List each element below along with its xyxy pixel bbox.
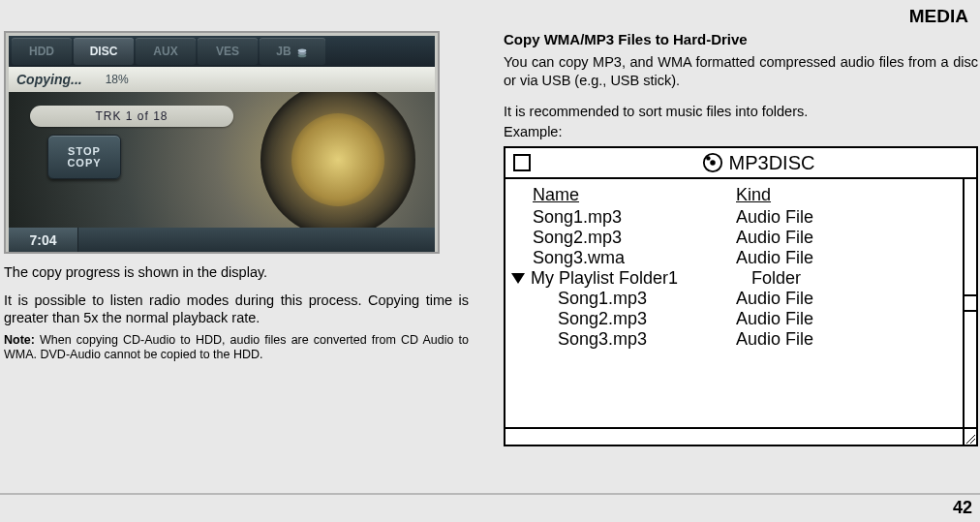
- cell-name: Song3.wma: [533, 248, 736, 268]
- listing-main: Name Kind Song1.mp3 Audio File Song2.mp3…: [505, 179, 963, 427]
- screenshot-inner: HDD DISC AUX VES JB Copying...: [9, 36, 435, 249]
- listing-title: MP3DISC: [729, 152, 815, 174]
- content-columns: HDD DISC AUX VES JB Copying...: [0, 0, 980, 446]
- tab-disc[interactable]: DISC: [74, 38, 134, 65]
- svg-point-4: [710, 160, 716, 166]
- scroll-track-bottom: [965, 312, 976, 427]
- screenshot-main-area: TRK 1 of 18 STOP COPY: [9, 92, 435, 228]
- track-indicator: TRK 1 of 18: [30, 106, 233, 127]
- listing-scrollbar[interactable]: [963, 179, 976, 427]
- tab-jb-label: JB: [276, 45, 291, 58]
- page-divider: [0, 493, 980, 495]
- right-column: Copy WMA/MP3 Files to Hard-Drive You can…: [469, 31, 980, 446]
- cell-name: Song2.mp3: [533, 228, 736, 248]
- disc-icon: [702, 152, 723, 173]
- listing-titlebar: MP3DISC: [505, 148, 976, 179]
- col-header-kind: Kind: [736, 185, 771, 205]
- cell-name: Song1.mp3: [558, 289, 736, 309]
- tab-ves[interactable]: VES: [198, 38, 258, 65]
- left-note: Note: When copying CD-Audio to HDD, audi…: [4, 333, 469, 363]
- svg-point-5: [706, 156, 710, 160]
- cell-name: Song2.mp3: [558, 309, 736, 329]
- left-paragraph-2: It is possible to listen radio modes dur…: [4, 292, 469, 327]
- listing-title-wrap: MP3DISC: [540, 152, 976, 174]
- cell-kind: Audio File: [736, 228, 813, 248]
- listing-body: Name Kind Song1.mp3 Audio File Song2.mp3…: [505, 179, 976, 427]
- list-folder: My Playlist Folder1 Folder: [511, 268, 953, 289]
- source-tab-row: HDD DISC AUX VES JB: [9, 36, 435, 67]
- list-item: Song2.mp3 Audio File: [533, 228, 953, 248]
- page: MEDIA HDD DISC AUX VES JB: [0, 0, 980, 522]
- copy-status-text: Copying...: [16, 72, 82, 87]
- folder-kind: Folder: [751, 268, 801, 289]
- folder-name: My Playlist Folder1: [531, 268, 751, 289]
- cell-kind: Audio File: [736, 207, 813, 228]
- right-paragraph-1: You can copy MP3, and WMA formatted comp…: [504, 53, 978, 89]
- section-title: MEDIA: [909, 6, 968, 27]
- cell-kind: Audio File: [736, 329, 813, 350]
- cell-kind: Audio File: [736, 289, 813, 309]
- listing-footer: [505, 427, 976, 445]
- brand-wheel-graphic: [260, 92, 415, 228]
- resize-grip-icon[interactable]: [963, 429, 976, 445]
- cell-kind: Audio File: [736, 309, 813, 329]
- stop-copy-line2: COPY: [67, 157, 101, 169]
- cell-name: Song3.mp3: [558, 329, 736, 350]
- left-column: HDD DISC AUX VES JB Copying...: [0, 31, 469, 446]
- tab-jb[interactable]: JB: [260, 38, 325, 65]
- device-screenshot: HDD DISC AUX VES JB Copying...: [4, 31, 440, 254]
- cell-kind: Audio File: [736, 248, 813, 268]
- example-label: Example:: [504, 123, 978, 141]
- stop-copy-button[interactable]: STOP COPY: [47, 135, 121, 179]
- col-header-name: Name: [533, 185, 736, 205]
- scroll-track-top: [965, 179, 976, 294]
- collapse-arrow-icon: [511, 273, 525, 284]
- scroll-thumb[interactable]: [965, 294, 976, 312]
- window-square-icon: [513, 154, 531, 171]
- right-heading: Copy WMA/MP3 Files to Hard-Drive: [504, 31, 978, 47]
- listing-header-row: Name Kind: [533, 185, 953, 205]
- screenshot-bottom-bar: 7:04: [9, 228, 435, 253]
- folder-listing-box: MP3DISC Name Kind Song1.mp3 Audio File: [504, 146, 978, 446]
- right-paragraph-2: It is recommended to sort music files in…: [504, 103, 978, 121]
- list-item: Song3.mp3 Audio File: [533, 329, 953, 350]
- note-label: Note:: [4, 333, 35, 347]
- jukebox-icon: [295, 45, 309, 58]
- clock-display: 7:04: [9, 228, 78, 253]
- cell-name: Song1.mp3: [533, 207, 736, 228]
- note-text: When copying CD-Audio to HDD, audio file…: [4, 333, 469, 362]
- copy-progress-percent: 18%: [106, 73, 129, 86]
- tab-hdd[interactable]: HDD: [12, 38, 72, 65]
- list-item: Song3.wma Audio File: [533, 248, 953, 268]
- svg-point-2: [297, 48, 306, 52]
- list-item: Song1.mp3 Audio File: [533, 207, 953, 228]
- list-item: Song2.mp3 Audio File: [533, 309, 953, 329]
- footer-fill: [505, 429, 963, 445]
- left-paragraph-1: The copy progress is shown in the displa…: [4, 263, 469, 282]
- page-number: 42: [953, 498, 972, 518]
- copy-status-row: Copying... 18%: [9, 67, 435, 92]
- stop-copy-line1: STOP: [68, 145, 101, 157]
- tab-aux[interactable]: AUX: [136, 38, 196, 65]
- list-item: Song1.mp3 Audio File: [533, 289, 953, 309]
